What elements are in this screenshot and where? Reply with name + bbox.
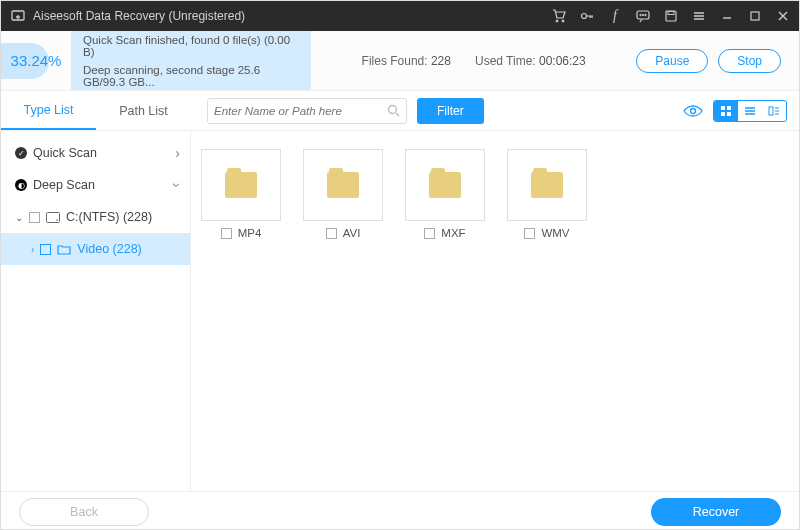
- progress-dot-icon: ◐: [15, 179, 27, 191]
- folder-label: WMV: [541, 227, 569, 239]
- svg-point-1: [556, 20, 558, 22]
- cart-icon[interactable]: [551, 8, 567, 24]
- folder-checkbox[interactable]: [221, 228, 232, 239]
- status-bar: 33.24% Quick Scan finished, found 0 file…: [1, 31, 799, 91]
- view-list-icon[interactable]: [738, 101, 762, 121]
- folder-icon: [429, 172, 461, 198]
- scan-stats: Files Found: 228 Used Time: 00:06:23: [311, 31, 636, 90]
- view-grid-icon[interactable]: [714, 101, 738, 121]
- progress-percent: 33.24%: [11, 52, 62, 69]
- maximize-icon[interactable]: [747, 8, 763, 24]
- quick-scan-result: Quick Scan finished, found 0 file(s) (0.…: [83, 34, 299, 58]
- folder-label: MXF: [441, 227, 465, 239]
- svg-rect-18: [47, 212, 60, 222]
- titlebar-actions: f: [551, 8, 791, 24]
- key-icon[interactable]: [579, 8, 595, 24]
- view-mode-toggle: [713, 100, 787, 122]
- folder-checkbox[interactable]: [424, 228, 435, 239]
- list-tabs: Type List Path List: [1, 91, 191, 130]
- stop-button[interactable]: Stop: [718, 49, 781, 73]
- view-controls: [683, 100, 787, 122]
- deep-scan-label: Deep Scan: [33, 178, 95, 192]
- folder-icon: [531, 172, 563, 198]
- recover-button[interactable]: Recover: [651, 498, 781, 526]
- sidebar-tree: ✓ Quick Scan › ◐ Deep Scan › ⌄ C:(NTFS) …: [1, 131, 191, 491]
- tree-quick-scan[interactable]: ✓ Quick Scan ›: [1, 137, 190, 169]
- app-logo-icon: [9, 7, 27, 25]
- folder-icon: [327, 172, 359, 198]
- folder-label: MP4: [238, 227, 262, 239]
- filter-button[interactable]: Filter: [417, 98, 484, 124]
- files-found-value: 228: [431, 54, 451, 68]
- svg-point-12: [691, 108, 696, 113]
- chevron-down-icon: ›: [170, 183, 186, 188]
- folder-grid: MP4 AVI MXF WMV: [191, 131, 799, 491]
- svg-point-11: [389, 106, 397, 114]
- chevron-down-icon: ⌄: [15, 212, 23, 223]
- svg-point-7: [645, 14, 646, 15]
- search-input[interactable]: [214, 105, 387, 117]
- svg-point-5: [640, 14, 641, 15]
- scan-progress: 33.24%: [1, 31, 71, 90]
- facebook-icon[interactable]: f: [607, 8, 623, 24]
- tab-path-list[interactable]: Path List: [96, 91, 191, 130]
- video-label: Video (228): [77, 242, 141, 256]
- search-box[interactable]: [207, 98, 407, 124]
- scan-status-text: Quick Scan finished, found 0 file(s) (0.…: [71, 31, 311, 90]
- back-button[interactable]: Back: [19, 498, 149, 526]
- folder-label: AVI: [343, 227, 361, 239]
- view-detail-icon[interactable]: [762, 101, 786, 121]
- footer: Back Recover: [1, 491, 799, 530]
- folder-icon: [225, 172, 257, 198]
- tree-deep-scan[interactable]: ◐ Deep Scan ›: [1, 169, 190, 201]
- search-icon[interactable]: [387, 104, 400, 117]
- title-bar: Aiseesoft Data Recovery (Unregistered) f: [1, 1, 799, 31]
- folder-item[interactable]: MP4: [201, 149, 281, 239]
- pause-button[interactable]: Pause: [636, 49, 708, 73]
- svg-rect-9: [668, 12, 674, 15]
- chevron-right-icon: ›: [175, 145, 180, 161]
- main-area: ✓ Quick Scan › ◐ Deep Scan › ⌄ C:(NTFS) …: [1, 131, 799, 491]
- preview-icon[interactable]: [683, 104, 703, 118]
- tree-video[interactable]: › Video (228): [1, 233, 190, 265]
- chevron-right-icon: ›: [31, 244, 34, 255]
- drive-label: C:(NTFS) (228): [66, 210, 152, 224]
- minimize-icon[interactable]: [719, 8, 735, 24]
- used-time-label: Used Time:: [475, 54, 536, 68]
- files-found-label: Files Found:: [362, 54, 428, 68]
- folder-item[interactable]: AVI: [303, 149, 383, 239]
- used-time-value: 00:06:23: [539, 54, 586, 68]
- close-icon[interactable]: [775, 8, 791, 24]
- svg-rect-13: [721, 106, 725, 110]
- folder-checkbox[interactable]: [524, 228, 535, 239]
- svg-point-6: [642, 14, 643, 15]
- svg-rect-16: [727, 112, 731, 116]
- quick-scan-label: Quick Scan: [33, 146, 97, 160]
- folder-item[interactable]: MXF: [405, 149, 485, 239]
- drive-checkbox[interactable]: [29, 212, 40, 223]
- window-title: Aiseesoft Data Recovery (Unregistered): [33, 9, 551, 23]
- tab-type-list[interactable]: Type List: [1, 91, 96, 130]
- disk-icon: [46, 212, 60, 223]
- svg-point-19: [56, 219, 58, 221]
- svg-point-2: [562, 20, 564, 22]
- svg-rect-10: [751, 12, 759, 20]
- svg-rect-17: [769, 107, 773, 115]
- toolbar: Type List Path List Filter: [1, 91, 799, 131]
- feedback-icon[interactable]: [635, 8, 651, 24]
- deep-scan-progress: Deep scanning, second stage 25.6 GB/99.3…: [83, 64, 299, 88]
- svg-rect-15: [721, 112, 725, 116]
- folder-icon: [57, 244, 71, 255]
- scan-actions: Pause Stop: [636, 31, 799, 90]
- menu-icon[interactable]: [691, 8, 707, 24]
- check-icon: ✓: [15, 147, 27, 159]
- svg-point-3: [582, 14, 587, 19]
- save-icon[interactable]: [663, 8, 679, 24]
- svg-rect-14: [727, 106, 731, 110]
- video-checkbox[interactable]: [40, 244, 51, 255]
- folder-checkbox[interactable]: [326, 228, 337, 239]
- tree-drive[interactable]: ⌄ C:(NTFS) (228): [1, 201, 190, 233]
- folder-item[interactable]: WMV: [507, 149, 587, 239]
